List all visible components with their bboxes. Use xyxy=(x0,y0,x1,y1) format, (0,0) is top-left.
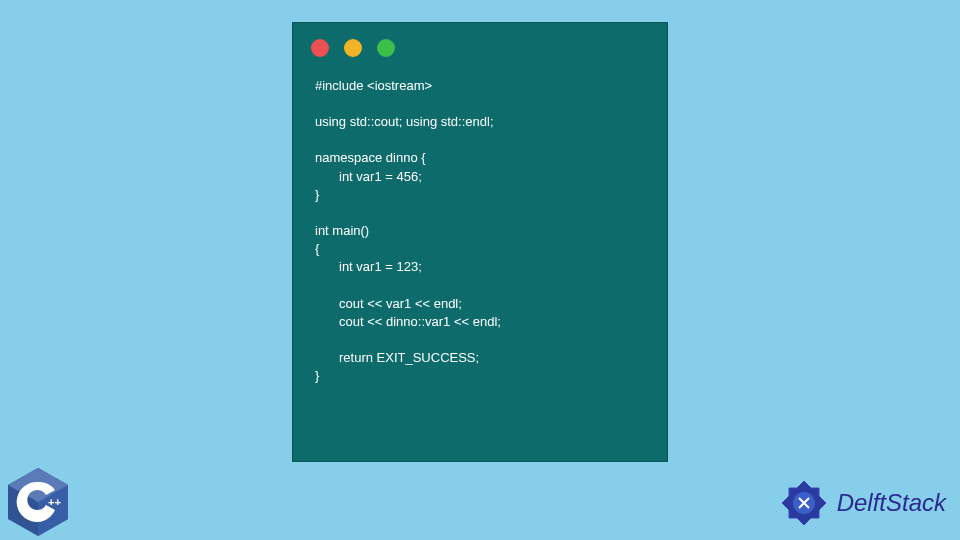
code-line: } xyxy=(315,367,645,385)
code-line: int main() xyxy=(315,222,645,240)
code-line: { xyxy=(315,240,645,258)
code-line xyxy=(315,131,645,149)
code-line: } xyxy=(315,186,645,204)
code-line: cout << var1 << endl; xyxy=(315,295,645,313)
maximize-icon xyxy=(377,39,395,57)
window-traffic-lights xyxy=(293,23,667,67)
minimize-icon xyxy=(344,39,362,57)
delftstack-logo: DelftStack xyxy=(779,478,946,528)
code-line: int var1 = 456; xyxy=(315,168,645,186)
code-line: using std::cout; using std::endl; xyxy=(315,113,645,131)
code-line xyxy=(315,95,645,113)
delftstack-emblem-icon xyxy=(779,478,829,528)
code-line xyxy=(315,204,645,222)
code-line: namespace dinno { xyxy=(315,149,645,167)
brand-name: DelftStack xyxy=(837,489,946,517)
code-line: return EXIT_SUCCESS; xyxy=(315,349,645,367)
svg-text:++: ++ xyxy=(48,496,61,508)
code-window: #include <iostream>using std::cout; usin… xyxy=(292,22,668,462)
close-icon xyxy=(311,39,329,57)
code-line: #include <iostream> xyxy=(315,77,645,95)
code-line: cout << dinno::var1 << endl; xyxy=(315,313,645,331)
code-line xyxy=(315,331,645,349)
code-line xyxy=(315,277,645,295)
code-content: #include <iostream>using std::cout; usin… xyxy=(293,67,667,395)
code-line: int var1 = 123; xyxy=(315,258,645,276)
cpp-language-badge: ++ xyxy=(4,466,72,536)
